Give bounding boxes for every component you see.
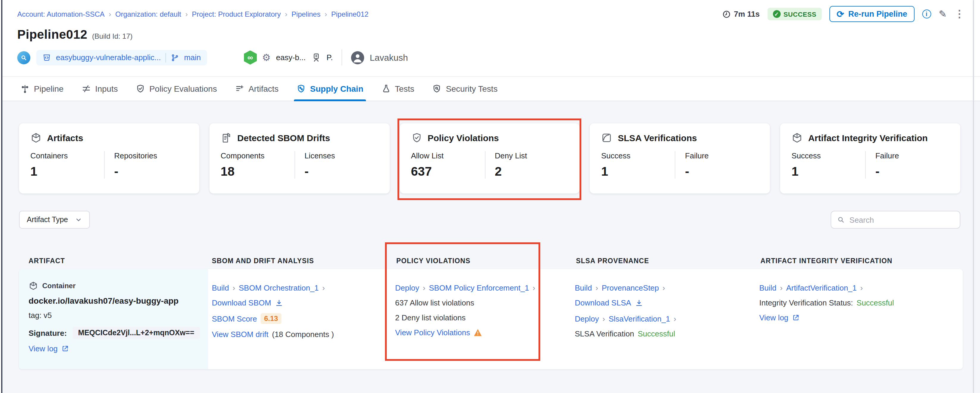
info-icon[interactable]: i: [922, 10, 931, 18]
trigger-hexagon-icon: ∞: [243, 50, 257, 65]
slsa-badge-icon: [601, 132, 612, 144]
cube-icon: [791, 132, 803, 144]
stage-link[interactable]: Build: [212, 283, 229, 292]
integrity-status-value: Successful: [856, 298, 894, 307]
stage-link[interactable]: Deploy: [395, 283, 419, 292]
breadcrumb-pipelines[interactable]: Pipelines: [291, 10, 320, 18]
security-shield-icon: [432, 84, 442, 93]
tab-pipeline[interactable]: Pipeline: [20, 77, 64, 101]
artifact-type-label: Container: [42, 282, 76, 290]
user-group: Lavakush: [352, 51, 408, 64]
step-link[interactable]: ProvenanceStep: [602, 283, 659, 292]
tab-supply-chain[interactable]: Supply Chain: [296, 77, 363, 101]
rerun-pipeline-button[interactable]: ⟳ Re-run Pipeline: [829, 6, 914, 22]
sbom-score-link[interactable]: SBOM Score: [212, 314, 257, 323]
warning-triangle-icon: [474, 329, 482, 336]
execution-duration: 7m 11s: [723, 10, 760, 18]
card-slsa-verifications: SLSA Verifications Success1 Failure-: [590, 123, 770, 193]
pill-divider: [166, 53, 166, 62]
view-policy-violations-link[interactable]: View Policy Violations: [395, 328, 470, 337]
artifact-type-dropdown[interactable]: Artifact Type: [19, 211, 90, 228]
chevron-right-icon: ›: [109, 10, 111, 18]
signature-value[interactable]: MEQCICde2Vjl...L+2+mqnOXw==: [73, 327, 200, 339]
stage-link[interactable]: Build: [575, 283, 592, 292]
card-sbom-drifts: Detected SBOM Drifts Components18 Licens…: [210, 123, 390, 193]
artifact-image-name: docker.io/lavakush07/easy-buggy-app: [29, 296, 178, 305]
step-link[interactable]: SlsaVerification_1: [609, 315, 670, 323]
search-icon: [837, 216, 845, 224]
artifact-cell: Container docker.io/lavakush07/easy-bugg…: [29, 269, 200, 369]
tab-artifacts[interactable]: Artifacts: [235, 77, 278, 101]
search-input[interactable]: [850, 215, 954, 224]
delegate-label: P.: [326, 53, 332, 62]
supply-chain-shield-icon: [296, 84, 306, 93]
view-log-link[interactable]: View log: [759, 313, 788, 322]
slsa-verification-label: SLSA Verification: [575, 329, 634, 338]
cube-icon: [30, 132, 41, 144]
col-header-artifact: ARTIFACT: [29, 257, 65, 264]
clock-icon: [723, 10, 731, 18]
repository-pill[interactable]: easybuggy-vulnerable-applic... main: [36, 50, 207, 65]
chevron-right-icon: ›: [185, 10, 188, 18]
step-link[interactable]: SBOM Orchestration_1: [239, 283, 319, 292]
breadcrumb-project[interactable]: Project: Product Exploratory: [192, 10, 281, 18]
tab-inputs[interactable]: Inputs: [81, 77, 118, 101]
stage-link[interactable]: Deploy: [575, 315, 599, 323]
shield-check-icon: [411, 132, 422, 144]
step-link[interactable]: ArtifactVerification_1: [786, 283, 857, 292]
kebab-menu-icon[interactable]: ⋮: [955, 9, 964, 19]
stage-link[interactable]: Build: [759, 283, 776, 292]
tab-tests[interactable]: Tests: [381, 77, 414, 101]
breadcrumb: Account: Automation-SSCA › Organization:…: [17, 10, 369, 18]
integrity-verification-cell: Build › ArtifactVerification_1 › Integri…: [759, 269, 894, 369]
download-icon: [635, 299, 643, 307]
shield-check-icon: [136, 84, 145, 93]
download-sbom-link[interactable]: Download SBOM: [212, 298, 271, 307]
card-policy-violations: Policy Violations Allow List637 Deny Lis…: [399, 123, 580, 193]
artifact-tag: tag: v5: [29, 311, 52, 320]
rerun-icon: ⟳: [837, 10, 844, 18]
download-slsa-link[interactable]: Download SLSA: [575, 298, 631, 307]
trigger-name[interactable]: easy-b...: [276, 53, 306, 62]
view-sbom-drift-link[interactable]: View SBOM drift: [212, 330, 268, 339]
chevron-right-icon: ›: [596, 283, 598, 292]
card-artifact-integrity: Artifact Integrity Verification Success1…: [780, 123, 960, 193]
col-header-integrity: ARTIFACT INTEGRITY VERIFICATION: [760, 257, 892, 264]
search-box[interactable]: [830, 211, 960, 228]
sbom-cell: Build › SBOM Orchestration_1 › Download …: [212, 269, 334, 369]
artifact-row: Container docker.io/lavakush07/easy-bugg…: [19, 269, 963, 369]
pipeline-execution-page: Account: Automation-SSCA › Organization:…: [0, 0, 980, 393]
breadcrumb-pipeline012[interactable]: Pipeline012: [331, 10, 368, 18]
col-header-sbom: SBOM AND DRIFT ANALYSIS: [212, 257, 314, 264]
slsa-verification-status: Successful: [638, 329, 675, 338]
pipeline-icon: [20, 84, 30, 93]
slsa-provenance-cell: Build › ProvenanceStep › Download SLSA D…: [575, 269, 676, 369]
step-link[interactable]: SBOM Policy Enforcement_1: [429, 283, 529, 292]
flask-icon: [381, 84, 391, 93]
chevron-right-icon: ›: [663, 283, 665, 292]
tab-security-tests[interactable]: Security Tests: [432, 77, 498, 101]
user-name: Lavakush: [370, 53, 408, 62]
sbom-score-badge: 6.13: [261, 313, 282, 324]
avatar: [352, 51, 364, 64]
breadcrumb-organization[interactable]: Organization: default: [115, 10, 181, 18]
breadcrumb-account[interactable]: Account: Automation-SSCA: [17, 10, 105, 18]
integrity-status-label: Integrity Verification Status:: [759, 298, 853, 307]
summary-cards: Artifacts Containers1 Repositories- Dete…: [19, 123, 960, 193]
chevron-right-icon: ›: [674, 315, 676, 323]
sbom-document-icon: [221, 132, 232, 144]
delegate-icon: [311, 53, 321, 62]
external-link-icon: [61, 345, 69, 353]
deny-list-violations: 2 Deny list violations: [395, 313, 466, 322]
tab-policy-evaluations[interactable]: Policy Evaluations: [136, 77, 217, 101]
edit-pencil-icon[interactable]: ✎: [939, 8, 947, 20]
download-icon: [275, 299, 283, 307]
supply-chain-content: Artifacts Containers1 Repositories- Dete…: [2, 101, 980, 393]
chevron-right-icon: ›: [423, 283, 425, 292]
card-artifacts: Artifacts Containers1 Repositories-: [19, 123, 199, 193]
vertical-scrollbar[interactable]: [972, 0, 974, 393]
view-log-link[interactable]: View log: [29, 344, 58, 353]
drift-components-count: (18 Components ): [272, 330, 334, 339]
signature-label: Signature:: [29, 328, 67, 337]
chevron-right-icon: ›: [325, 10, 327, 18]
